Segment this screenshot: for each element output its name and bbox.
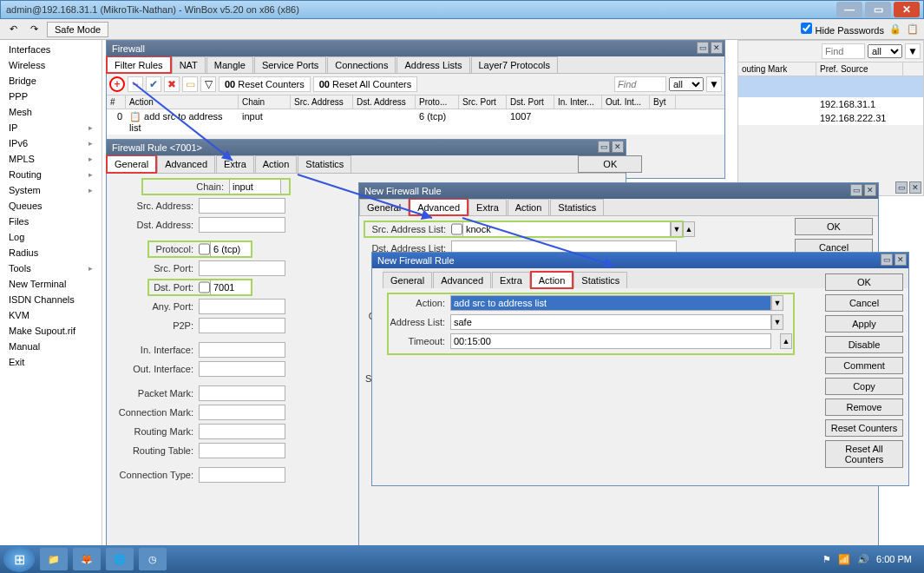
lock-icon[interactable]: 🔒	[889, 23, 901, 35]
sidebar-item-system[interactable]: System▸	[0, 182, 102, 198]
tab-extra[interactable]: Extra	[492, 272, 530, 288]
close-icon[interactable]: ✕	[864, 184, 876, 196]
tab-filter-rules[interactable]: Filter Rules	[107, 56, 171, 73]
sidebar-item-kvm[interactable]: KVM	[0, 307, 102, 323]
tab-statistics[interactable]: Statistics	[573, 272, 627, 288]
chevron-up-icon[interactable]: ▲	[780, 333, 792, 349]
minimize-icon[interactable]: ▭	[850, 184, 862, 196]
dropdown-icon[interactable]: ▼	[771, 314, 783, 330]
task-app-icon[interactable]: ◷	[139, 548, 167, 570]
sidebar-item-supout[interactable]: Make Supout.rif	[0, 323, 102, 339]
redo-icon[interactable]: ↷	[26, 22, 42, 37]
sidebar-item-new-terminal[interactable]: New Terminal	[0, 276, 102, 292]
routing-mark-input[interactable]	[199, 424, 285, 439]
src-address-input[interactable]	[199, 198, 285, 214]
remove-button[interactable]: Remove	[825, 398, 903, 416]
sidebar-item-queues[interactable]: Queues	[0, 198, 102, 214]
ok-button[interactable]: OK	[578, 155, 642, 173]
firewall-titlebar[interactable]: Firewall ▭✕	[107, 41, 724, 56]
tray-network-icon[interactable]: 📶	[838, 554, 850, 565]
sidebar-item-exit[interactable]: Exit	[0, 354, 102, 370]
apply-button[interactable]: Apply	[825, 315, 903, 333]
reset-all-counters-button[interactable]: 00 Reset All Counters	[313, 76, 417, 92]
minimize-icon[interactable]: ▭	[697, 42, 709, 54]
filter-select[interactable]: all	[669, 77, 704, 91]
minimize-icon[interactable]: ▭	[881, 254, 893, 266]
out-interface-input[interactable]	[199, 361, 285, 377]
tab-statistics[interactable]: Statistics	[298, 155, 351, 173]
rule-7001-titlebar[interactable]: Firewall Rule <7001> ▭✕	[107, 140, 626, 155]
sidebar-item-wireless[interactable]: Wireless	[0, 57, 102, 73]
copy-button[interactable]: Copy	[825, 378, 903, 395]
any-port-input[interactable]	[199, 299, 285, 314]
sidebar-item-routing[interactable]: Routing▸	[0, 167, 102, 182]
tab-advanced[interactable]: Advanced	[410, 199, 468, 215]
minimize-icon[interactable]: ▭	[598, 141, 610, 153]
sidebar-item-mesh[interactable]: Mesh	[0, 104, 102, 120]
tab-nat[interactable]: NAT	[172, 56, 206, 73]
minimize-icon[interactable]: ▭	[895, 181, 908, 194]
cancel-button[interactable]: Cancel	[825, 294, 903, 312]
new-rule-titlebar[interactable]: New Firewall Rule ▭✕	[359, 183, 878, 199]
close-icon[interactable]: ✕	[895, 254, 907, 266]
minimize-button[interactable]: —	[836, 2, 862, 17]
filter-icon[interactable]: ▼	[706, 76, 722, 92]
reset-all-counters-button[interactable]: Reset All Counters	[825, 440, 903, 468]
maximize-button[interactable]: ▭	[865, 2, 891, 17]
disable-icon[interactable]: ✖	[164, 76, 180, 92]
tray-clock[interactable]: 6:00 PM	[876, 554, 912, 564]
sidebar-item-log[interactable]: Log	[0, 229, 102, 245]
tab-service-ports[interactable]: Service Ports	[254, 56, 326, 73]
ok-button[interactable]: OK	[795, 218, 873, 235]
table-row[interactable]: 0 📋 add src to address list input 6 (tcp…	[107, 109, 724, 135]
dst-port-input[interactable]	[210, 280, 252, 295]
start-button[interactable]: ⊞	[3, 546, 35, 572]
routing-table-input[interactable]	[199, 443, 285, 458]
sidebar-item-ppp[interactable]: PPP	[0, 89, 102, 104]
new-rule-action-titlebar[interactable]: New Firewall Rule ▭✕	[372, 253, 908, 268]
tab-action[interactable]: Action	[255, 155, 298, 173]
close-icon[interactable]: ✕	[612, 141, 624, 153]
tab-general[interactable]: General	[359, 199, 409, 215]
tab-layer7[interactable]: Layer7 Protocols	[471, 56, 559, 73]
connection-type-input[interactable]	[199, 467, 285, 483]
chain-input[interactable]	[229, 179, 281, 194]
tab-address-lists[interactable]: Address Lists	[396, 56, 469, 73]
enable-icon[interactable]: ✔	[146, 76, 161, 92]
dst-address-input[interactable]	[199, 217, 285, 233]
p2p-input[interactable]	[199, 318, 285, 333]
find-input[interactable]	[822, 43, 865, 59]
sidebar-item-tools[interactable]: Tools▸	[0, 260, 102, 276]
sidebar-item-ip[interactable]: IP▸	[0, 120, 102, 135]
tab-extra[interactable]: Extra	[216, 155, 254, 173]
hide-passwords-toggle[interactable]: Hide Passwords	[801, 23, 884, 36]
note-icon[interactable]: 📋	[907, 23, 919, 35]
undo-icon[interactable]: ↶	[5, 22, 21, 37]
add-icon[interactable]: +	[109, 76, 125, 92]
sidebar-item-radius[interactable]: Radius	[0, 245, 102, 260]
filter-select[interactable]: all	[868, 44, 902, 58]
sidebar-item-bridge[interactable]: Bridge	[0, 73, 102, 89]
tab-extra[interactable]: Extra	[469, 199, 507, 215]
sidebar-item-mpls[interactable]: MPLS▸	[0, 151, 102, 167]
protocol-input[interactable]	[210, 241, 252, 257]
find-input[interactable]	[614, 76, 666, 92]
tab-general[interactable]: General	[107, 155, 156, 173]
tab-general[interactable]: General	[383, 272, 432, 288]
comment-icon[interactable]: ▭	[182, 76, 198, 92]
task-explorer-icon[interactable]: 📁	[40, 548, 68, 570]
reset-counters-button[interactable]: Reset Counters	[825, 419, 903, 437]
filter-icon[interactable]: ▼	[905, 43, 921, 59]
tab-connections[interactable]: Connections	[327, 56, 396, 73]
chevron-up-icon[interactable]: ▲	[683, 221, 695, 237]
packet-mark-input[interactable]	[199, 385, 285, 401]
action-select[interactable]	[450, 295, 771, 311]
dropdown-icon[interactable]: ▼	[671, 221, 683, 237]
close-icon[interactable]: ✕	[909, 181, 921, 194]
tab-advanced[interactable]: Advanced	[157, 155, 215, 173]
task-firefox-icon[interactable]: 🦊	[73, 548, 101, 570]
sidebar-item-interfaces[interactable]: Interfaces	[0, 42, 102, 57]
sidebar-item-isdn[interactable]: ISDN Channels	[0, 292, 102, 307]
in-interface-input[interactable]	[199, 342, 285, 358]
tray-flag-icon[interactable]: ⚑	[822, 554, 831, 565]
